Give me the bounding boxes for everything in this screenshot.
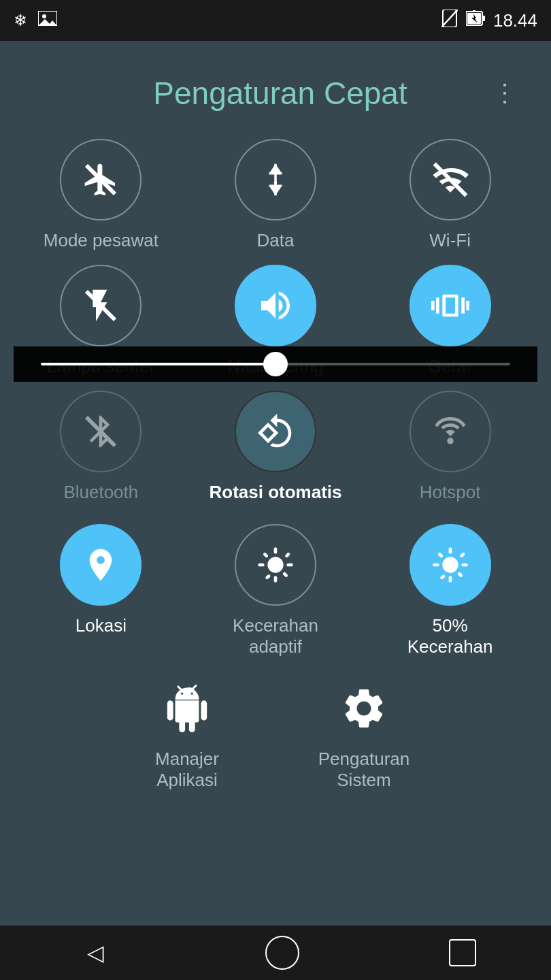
back-button[interactable]: ◁ xyxy=(75,932,116,973)
toggle-brightness[interactable]: 50%Kecerahan xyxy=(382,524,518,657)
data-icon xyxy=(256,161,295,199)
settings-icon xyxy=(340,685,388,732)
settings-icon-wrap xyxy=(333,678,395,739)
airplane-label: Mode pesawat xyxy=(44,230,158,251)
slider-track[interactable] xyxy=(41,363,510,365)
brightness-auto-icon: A xyxy=(256,546,295,584)
volume-slider-overlay xyxy=(14,346,537,382)
toggle-bluetooth[interactable]: Bluetooth xyxy=(33,391,169,503)
sound-icon xyxy=(256,287,295,325)
status-time: 18.44 xyxy=(493,10,537,31)
sound-circle xyxy=(235,265,316,346)
nav-bar: ◁ xyxy=(0,926,551,980)
svg-rect-6 xyxy=(482,16,485,21)
toggle-data[interactable]: Data xyxy=(207,139,344,251)
airplane-icon xyxy=(82,161,120,199)
status-bar: ❄ 18.44 xyxy=(0,0,551,41)
wifi-circle xyxy=(410,139,491,220)
toggle-system-settings[interactable]: Pengaturan Sistem xyxy=(303,678,425,791)
system-settings-label: Pengaturan Sistem xyxy=(303,749,425,791)
wifi-icon xyxy=(431,161,469,199)
location-icon xyxy=(82,546,120,584)
brightness-auto-label: Kecerahan adaptif xyxy=(207,615,344,657)
toggle-airplane[interactable]: Mode pesawat xyxy=(33,139,169,251)
bluetooth-icon xyxy=(82,412,120,451)
toggle-row-3: Bluetooth Rotasi otomatis Hotspot xyxy=(14,391,537,503)
status-bar-right: 18.44 xyxy=(441,10,537,32)
wifi-label: Wi-Fi xyxy=(429,230,471,251)
slider-thumb[interactable] xyxy=(263,352,288,376)
toggle-row-1: Mode pesawat Data Wi-Fi xyxy=(14,139,537,251)
brightness-label: 50%Kecerahan xyxy=(407,615,493,657)
battery-icon xyxy=(466,10,485,32)
vibrate-icon xyxy=(431,287,469,325)
slider-fill xyxy=(41,363,276,365)
location-circle xyxy=(60,524,141,606)
data-circle xyxy=(235,139,316,220)
toggle-app-manager[interactable]: Manajer Aplikasi xyxy=(126,678,248,791)
page-title: Pengaturan Cepat xyxy=(68,75,492,112)
hotspot-label: Hotspot xyxy=(420,482,481,503)
toggle-location[interactable]: Lokasi xyxy=(33,524,169,657)
brightness-auto-circle: A xyxy=(235,524,316,606)
svg-point-1 xyxy=(42,14,46,18)
rows-2-3-wrapper: Lampu senter Nada dering Getar xyxy=(14,265,537,503)
brightness-icon xyxy=(431,546,469,584)
svg-line-4 xyxy=(441,10,458,27)
flashlight-circle xyxy=(60,265,141,346)
hotspot-icon xyxy=(431,412,469,451)
status-bar-left: ❄ xyxy=(14,11,57,30)
data-label: Data xyxy=(257,230,295,251)
toggle-rotation[interactable]: Rotasi otomatis xyxy=(207,391,344,503)
main-content: Pengaturan Cepat ⋮ Mode pesawat Data xyxy=(0,41,551,926)
rotation-icon xyxy=(256,412,295,451)
app-manager-icon-wrap xyxy=(156,678,218,739)
airplane-circle xyxy=(60,139,141,220)
vibrate-circle xyxy=(410,265,491,346)
recent-button[interactable] xyxy=(449,939,476,966)
rotation-label: Rotasi otomatis xyxy=(209,482,341,503)
hotspot-circle xyxy=(410,391,491,472)
svg-text:A: A xyxy=(269,558,278,572)
location-label: Lokasi xyxy=(76,615,127,636)
bluetooth-circle xyxy=(60,391,141,472)
bluetooth-label: Bluetooth xyxy=(63,482,138,503)
app-manager-icon xyxy=(163,685,211,732)
svg-marker-2 xyxy=(38,19,57,26)
toggle-hotspot[interactable]: Hotspot xyxy=(382,391,518,503)
header: Pengaturan Cepat ⋮ xyxy=(14,61,537,139)
image-icon xyxy=(38,11,57,30)
home-button[interactable] xyxy=(265,936,299,970)
toggle-brightness-auto[interactable]: A Kecerahan adaptif xyxy=(207,524,344,657)
no-sim-icon xyxy=(441,10,458,32)
more-menu-icon[interactable]: ⋮ xyxy=(492,79,517,108)
toggle-wifi[interactable]: Wi-Fi xyxy=(382,139,518,251)
app-manager-label: Manajer Aplikasi xyxy=(126,749,248,791)
snowflake-icon: ❄ xyxy=(14,11,27,30)
toggle-row-4: Lokasi A Kecerahan adaptif 50%Keceraha xyxy=(14,524,537,657)
flashlight-icon xyxy=(82,287,120,325)
brightness-circle xyxy=(410,524,491,606)
toggle-row-5: Manajer Aplikasi Pengaturan Sistem xyxy=(14,678,537,791)
rotation-circle xyxy=(235,391,316,472)
